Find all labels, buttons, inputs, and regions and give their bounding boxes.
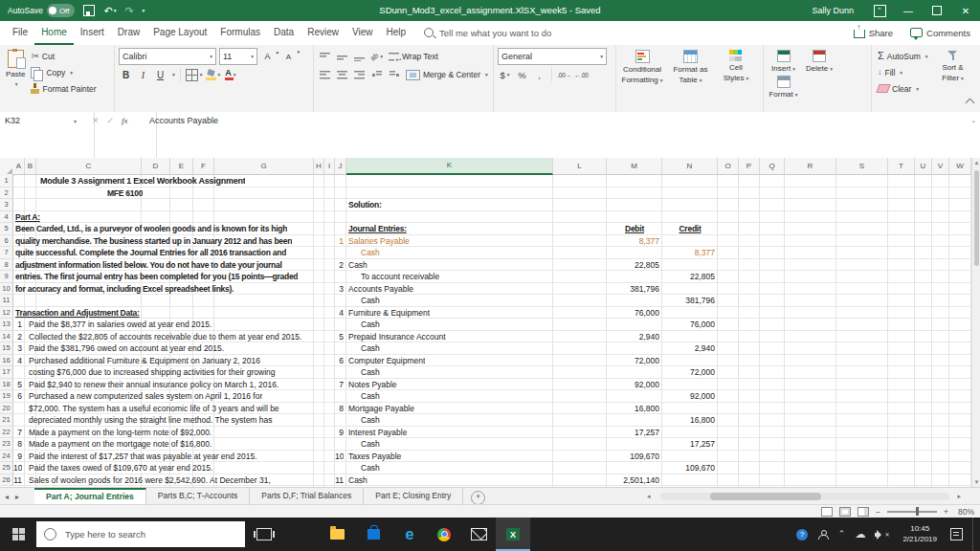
zoom-slider[interactable]	[887, 511, 937, 513]
cell-A12[interactable]: Transaction and Adjustment Data:	[15, 307, 140, 320]
normal-view-button[interactable]	[821, 507, 833, 517]
store-button[interactable]	[356, 518, 390, 551]
people-icon[interactable]	[817, 530, 829, 540]
cell-A4[interactable]: Part A:	[15, 211, 40, 224]
conditional-formatting-button[interactable]: Conditional Formatting▾	[620, 48, 664, 85]
font-color-button[interactable]: A▾	[223, 67, 237, 82]
cell-A14[interactable]: 2	[13, 331, 22, 343]
column-header-U[interactable]: U	[915, 158, 932, 175]
row-header-21[interactable]: 21	[0, 414, 13, 427]
row-header-18[interactable]: 18	[0, 379, 13, 391]
cell-K19[interactable]: Cash	[361, 390, 380, 403]
cell-M22[interactable]: 17,257	[607, 427, 659, 439]
user-name[interactable]: Sally Dunn	[812, 6, 854, 15]
increase-decimal-button[interactable]: .00→	[557, 67, 571, 82]
cell-B25[interactable]: Paid the taxes owed of $109,670 at year …	[29, 462, 212, 474]
menu-tab-formulas[interactable]: Formulas	[213, 21, 267, 45]
underline-button[interactable]: U	[153, 67, 167, 82]
insert-function-button[interactable]: fx	[122, 116, 128, 162]
cell-K7[interactable]: Cash	[361, 247, 380, 259]
customize-qat-button[interactable]: ▾	[143, 0, 145, 21]
cell-J20[interactable]: 8	[335, 403, 344, 415]
cell-K14[interactable]: Prepaid Insurance Account	[348, 331, 446, 343]
hscroll-right-icon[interactable]: ▸	[957, 493, 961, 500]
cell-N15[interactable]: 2,940	[662, 342, 715, 355]
cell-A18[interactable]: 5	[13, 379, 22, 391]
row-header-24[interactable]: 24	[0, 451, 13, 463]
fill-color-button[interactable]: ▾	[206, 67, 221, 82]
cell-A19[interactable]: 6	[13, 390, 22, 403]
column-header-E[interactable]: E	[170, 158, 193, 175]
row-header-16[interactable]: 16	[0, 355, 13, 367]
decrease-indent-button[interactable]	[369, 67, 384, 82]
column-header-P[interactable]: P	[739, 158, 760, 175]
cell-A7[interactable]: quite successful. Complete the Journal E…	[15, 247, 286, 259]
wrap-text-button[interactable]: Wrap Text	[387, 49, 440, 65]
horizontal-scrollbar[interactable]	[660, 493, 949, 500]
row-header-23[interactable]: 23	[0, 438, 13, 451]
cut-button[interactable]: ✂Cut	[29, 48, 98, 64]
cell-J8[interactable]: 2	[335, 259, 344, 272]
cell-M26[interactable]: 2,501,140	[607, 474, 659, 487]
font-size-select[interactable]: 11▾	[219, 48, 257, 65]
cell-K9[interactable]: To account receivable	[361, 271, 439, 283]
cell-J18[interactable]: 7	[335, 379, 344, 391]
cell-A8[interactable]: adjustment information listed below. You…	[15, 259, 282, 272]
cell-N21[interactable]: 16,800	[662, 414, 715, 427]
zoom-out-button[interactable]: −	[876, 507, 880, 517]
hscroll-left-icon[interactable]: ◂	[647, 493, 651, 500]
column-header-L[interactable]: L	[553, 158, 607, 175]
decrease-decimal-button[interactable]: ←.00	[574, 67, 589, 82]
menu-tab-help[interactable]: Help	[379, 21, 412, 45]
row-header-22[interactable]: 22	[0, 427, 13, 439]
row-header-25[interactable]: 25	[0, 462, 13, 474]
tray-expand-icon[interactable]: ⌃	[838, 530, 846, 539]
cell-N9[interactable]: 22,805	[662, 271, 715, 283]
cell-A5[interactable]: Been Carded, Ltd., is a purveyor of wool…	[15, 223, 287, 235]
cell-N11[interactable]: 381,796	[662, 295, 715, 307]
clear-button[interactable]: Clear▾	[876, 80, 930, 97]
next-sheet-button[interactable]: ▸	[15, 493, 19, 501]
taskbar-clock[interactable]: 10:45 2/21/2019	[899, 524, 941, 544]
page-break-view-button[interactable]	[858, 507, 869, 517]
share-button[interactable]: Share	[854, 27, 893, 38]
cell-K25[interactable]: Cash	[361, 462, 380, 474]
show-desktop-button[interactable]	[972, 518, 976, 551]
cell-N17[interactable]: 72,000	[662, 366, 715, 379]
cell-K11[interactable]: Cash	[361, 295, 380, 307]
menu-tab-file[interactable]: File	[6, 21, 34, 45]
cell-N13[interactable]: 76,000	[662, 319, 715, 331]
row-header-12[interactable]: 12	[0, 307, 13, 320]
cell-K3[interactable]: Solution:	[348, 199, 382, 211]
align-center-button[interactable]	[335, 67, 349, 82]
taskbar-search[interactable]	[36, 521, 245, 547]
zoom-slider-thumb[interactable]	[916, 507, 919, 516]
vertical-scrollbar[interactable]: ▲ ▼	[971, 158, 980, 487]
cell-M14[interactable]: 2,940	[607, 331, 659, 343]
paste-button[interactable]: Paste ▾	[6, 48, 25, 97]
cell-A10[interactable]: for accuracy and format, including Excel…	[15, 283, 234, 296]
cell-K8[interactable]: Cash	[348, 259, 368, 272]
cell-B19[interactable]: Purchased a new computerized sales syste…	[29, 390, 262, 403]
menu-tab-review[interactable]: Review	[301, 21, 345, 45]
cell-M10[interactable]: 381,796	[607, 283, 659, 296]
cell-J12[interactable]: 4	[335, 307, 344, 320]
file-explorer-button[interactable]	[320, 518, 354, 551]
cell-A9[interactable]: entries. The first journal entry has bee…	[15, 271, 298, 283]
cell-A6[interactable]: quality merchandise. The business starte…	[15, 235, 292, 248]
onedrive-cloud-icon[interactable]: ☁	[855, 529, 865, 540]
cell-K15[interactable]: Cash	[361, 342, 380, 355]
cell-M18[interactable]: 92,000	[607, 379, 659, 391]
column-header-A[interactable]: A	[13, 158, 25, 175]
italic-button[interactable]: I	[136, 67, 150, 82]
format-as-table-button[interactable]: Format as Table▾	[668, 48, 712, 85]
row-header-5[interactable]: 5	[0, 223, 13, 235]
accounting-format-button[interactable]: $▾	[498, 67, 512, 82]
cell-B15[interactable]: Paid the $381,796 owed on account at yea…	[29, 342, 224, 355]
fill-button[interactable]: ↓Fill▾	[876, 64, 930, 80]
menu-tab-draw[interactable]: Draw	[111, 21, 146, 45]
menu-tab-insert[interactable]: Insert	[74, 21, 111, 45]
row-header-1[interactable]: 1	[0, 175, 13, 187]
number-format-select[interactable]: General▾	[498, 48, 607, 65]
row-header-26[interactable]: 26	[0, 474, 13, 487]
